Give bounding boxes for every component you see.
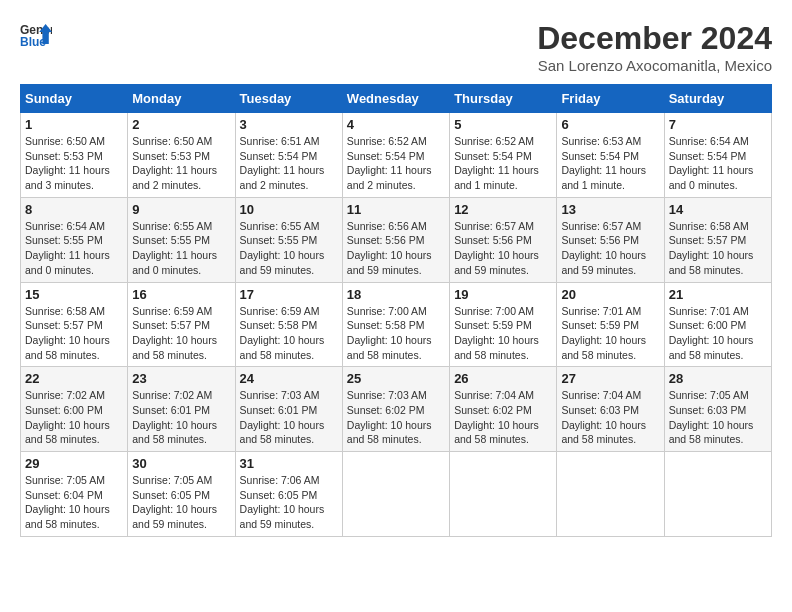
calendar-cell: 5Sunrise: 6:52 AMSunset: 5:54 PMDaylight…	[450, 113, 557, 198]
day-number: 9	[132, 202, 230, 217]
day-info: Sunrise: 7:00 AMSunset: 5:58 PMDaylight:…	[347, 304, 445, 363]
calendar-cell: 23Sunrise: 7:02 AMSunset: 6:01 PMDayligh…	[128, 367, 235, 452]
day-info: Sunrise: 6:52 AMSunset: 5:54 PMDaylight:…	[347, 134, 445, 193]
svg-text:Blue: Blue	[20, 35, 46, 49]
day-number: 13	[561, 202, 659, 217]
page-header: General Blue December 2024 San Lorenzo A…	[20, 20, 772, 74]
day-number: 15	[25, 287, 123, 302]
calendar-cell: 26Sunrise: 7:04 AMSunset: 6:02 PMDayligh…	[450, 367, 557, 452]
day-info: Sunrise: 7:05 AMSunset: 6:05 PMDaylight:…	[132, 473, 230, 532]
calendar-header-saturday: Saturday	[664, 85, 771, 113]
day-info: Sunrise: 7:05 AMSunset: 6:04 PMDaylight:…	[25, 473, 123, 532]
day-info: Sunrise: 6:54 AMSunset: 5:55 PMDaylight:…	[25, 219, 123, 278]
calendar-header-sunday: Sunday	[21, 85, 128, 113]
day-number: 22	[25, 371, 123, 386]
day-number: 19	[454, 287, 552, 302]
calendar-table: SundayMondayTuesdayWednesdayThursdayFrid…	[20, 84, 772, 537]
day-info: Sunrise: 6:52 AMSunset: 5:54 PMDaylight:…	[454, 134, 552, 193]
calendar-cell: 6Sunrise: 6:53 AMSunset: 5:54 PMDaylight…	[557, 113, 664, 198]
day-info: Sunrise: 6:59 AMSunset: 5:58 PMDaylight:…	[240, 304, 338, 363]
day-info: Sunrise: 7:00 AMSunset: 5:59 PMDaylight:…	[454, 304, 552, 363]
calendar-cell: 2Sunrise: 6:50 AMSunset: 5:53 PMDaylight…	[128, 113, 235, 198]
day-info: Sunrise: 7:04 AMSunset: 6:03 PMDaylight:…	[561, 388, 659, 447]
day-number: 4	[347, 117, 445, 132]
day-number: 30	[132, 456, 230, 471]
calendar-cell	[557, 452, 664, 537]
calendar-cell	[664, 452, 771, 537]
logo: General Blue	[20, 20, 52, 52]
day-number: 27	[561, 371, 659, 386]
day-number: 6	[561, 117, 659, 132]
day-number: 17	[240, 287, 338, 302]
calendar-header-thursday: Thursday	[450, 85, 557, 113]
day-info: Sunrise: 6:58 AMSunset: 5:57 PMDaylight:…	[669, 219, 767, 278]
day-number: 21	[669, 287, 767, 302]
day-number: 3	[240, 117, 338, 132]
day-info: Sunrise: 6:50 AMSunset: 5:53 PMDaylight:…	[132, 134, 230, 193]
day-number: 10	[240, 202, 338, 217]
day-number: 14	[669, 202, 767, 217]
day-number: 18	[347, 287, 445, 302]
day-number: 25	[347, 371, 445, 386]
calendar-cell	[450, 452, 557, 537]
day-info: Sunrise: 6:50 AMSunset: 5:53 PMDaylight:…	[25, 134, 123, 193]
day-number: 29	[25, 456, 123, 471]
calendar-week-row: 8Sunrise: 6:54 AMSunset: 5:55 PMDaylight…	[21, 197, 772, 282]
calendar-cell: 4Sunrise: 6:52 AMSunset: 5:54 PMDaylight…	[342, 113, 449, 198]
calendar-cell: 25Sunrise: 7:03 AMSunset: 6:02 PMDayligh…	[342, 367, 449, 452]
logo-icon: General Blue	[20, 20, 52, 52]
calendar-header-tuesday: Tuesday	[235, 85, 342, 113]
calendar-cell: 17Sunrise: 6:59 AMSunset: 5:58 PMDayligh…	[235, 282, 342, 367]
day-info: Sunrise: 6:55 AMSunset: 5:55 PMDaylight:…	[132, 219, 230, 278]
calendar-header-row: SundayMondayTuesdayWednesdayThursdayFrid…	[21, 85, 772, 113]
day-info: Sunrise: 6:54 AMSunset: 5:54 PMDaylight:…	[669, 134, 767, 193]
day-number: 24	[240, 371, 338, 386]
day-info: Sunrise: 7:04 AMSunset: 6:02 PMDaylight:…	[454, 388, 552, 447]
calendar-header-wednesday: Wednesday	[342, 85, 449, 113]
calendar-cell: 14Sunrise: 6:58 AMSunset: 5:57 PMDayligh…	[664, 197, 771, 282]
calendar-cell: 7Sunrise: 6:54 AMSunset: 5:54 PMDaylight…	[664, 113, 771, 198]
day-info: Sunrise: 7:01 AMSunset: 5:59 PMDaylight:…	[561, 304, 659, 363]
main-title: December 2024	[537, 20, 772, 57]
calendar-cell: 18Sunrise: 7:00 AMSunset: 5:58 PMDayligh…	[342, 282, 449, 367]
day-info: Sunrise: 6:57 AMSunset: 5:56 PMDaylight:…	[561, 219, 659, 278]
day-number: 26	[454, 371, 552, 386]
calendar-week-row: 29Sunrise: 7:05 AMSunset: 6:04 PMDayligh…	[21, 452, 772, 537]
day-number: 8	[25, 202, 123, 217]
day-number: 20	[561, 287, 659, 302]
day-info: Sunrise: 7:03 AMSunset: 6:01 PMDaylight:…	[240, 388, 338, 447]
calendar-cell: 13Sunrise: 6:57 AMSunset: 5:56 PMDayligh…	[557, 197, 664, 282]
day-info: Sunrise: 7:02 AMSunset: 6:01 PMDaylight:…	[132, 388, 230, 447]
calendar-cell: 27Sunrise: 7:04 AMSunset: 6:03 PMDayligh…	[557, 367, 664, 452]
calendar-cell: 19Sunrise: 7:00 AMSunset: 5:59 PMDayligh…	[450, 282, 557, 367]
day-info: Sunrise: 6:58 AMSunset: 5:57 PMDaylight:…	[25, 304, 123, 363]
day-number: 23	[132, 371, 230, 386]
day-info: Sunrise: 7:03 AMSunset: 6:02 PMDaylight:…	[347, 388, 445, 447]
calendar-cell: 30Sunrise: 7:05 AMSunset: 6:05 PMDayligh…	[128, 452, 235, 537]
day-number: 16	[132, 287, 230, 302]
day-number: 2	[132, 117, 230, 132]
calendar-cell	[342, 452, 449, 537]
calendar-header-monday: Monday	[128, 85, 235, 113]
day-info: Sunrise: 6:51 AMSunset: 5:54 PMDaylight:…	[240, 134, 338, 193]
day-number: 12	[454, 202, 552, 217]
calendar-cell: 22Sunrise: 7:02 AMSunset: 6:00 PMDayligh…	[21, 367, 128, 452]
day-info: Sunrise: 6:56 AMSunset: 5:56 PMDaylight:…	[347, 219, 445, 278]
day-number: 28	[669, 371, 767, 386]
calendar-cell: 28Sunrise: 7:05 AMSunset: 6:03 PMDayligh…	[664, 367, 771, 452]
day-info: Sunrise: 7:05 AMSunset: 6:03 PMDaylight:…	[669, 388, 767, 447]
calendar-cell: 15Sunrise: 6:58 AMSunset: 5:57 PMDayligh…	[21, 282, 128, 367]
calendar-cell: 1Sunrise: 6:50 AMSunset: 5:53 PMDaylight…	[21, 113, 128, 198]
day-info: Sunrise: 6:57 AMSunset: 5:56 PMDaylight:…	[454, 219, 552, 278]
day-number: 7	[669, 117, 767, 132]
title-block: December 2024 San Lorenzo Axocomanitla, …	[537, 20, 772, 74]
day-number: 1	[25, 117, 123, 132]
calendar-header-friday: Friday	[557, 85, 664, 113]
calendar-cell: 12Sunrise: 6:57 AMSunset: 5:56 PMDayligh…	[450, 197, 557, 282]
day-info: Sunrise: 7:02 AMSunset: 6:00 PMDaylight:…	[25, 388, 123, 447]
calendar-cell: 29Sunrise: 7:05 AMSunset: 6:04 PMDayligh…	[21, 452, 128, 537]
calendar-cell: 24Sunrise: 7:03 AMSunset: 6:01 PMDayligh…	[235, 367, 342, 452]
calendar-cell: 8Sunrise: 6:54 AMSunset: 5:55 PMDaylight…	[21, 197, 128, 282]
calendar-cell: 11Sunrise: 6:56 AMSunset: 5:56 PMDayligh…	[342, 197, 449, 282]
calendar-week-row: 22Sunrise: 7:02 AMSunset: 6:00 PMDayligh…	[21, 367, 772, 452]
